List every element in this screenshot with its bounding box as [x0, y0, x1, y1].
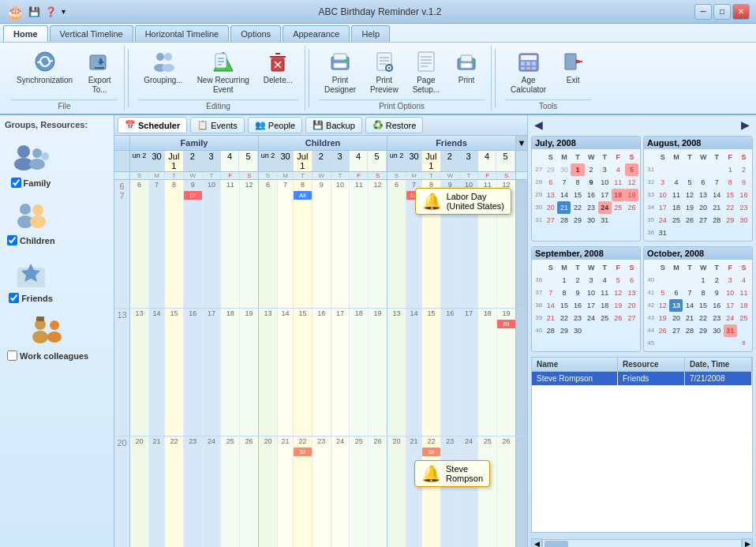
tab-people[interactable]: 👥 People: [248, 117, 302, 133]
new-recurring-icon: [211, 49, 236, 74]
editing-buttons: Grouping... New RecurringEvent: [138, 46, 298, 98]
col-name: Name: [532, 358, 618, 371]
group-header-friends: Friends: [387, 136, 516, 150]
september-grid: S M T W T F S 36 1 2 3 4: [532, 260, 640, 339]
group-children[interactable]: Children: [5, 193, 109, 248]
scheduler-group-headers: Family Children Friends ▼: [114, 136, 527, 151]
sync-button[interactable]: Synchronization: [11, 46, 78, 88]
grid-row-3: 20 20 21 22 23 24 25 26 20: [114, 436, 527, 547]
svg-point-50: [32, 148, 42, 158]
svg-rect-44: [526, 67, 530, 69]
event-name: Steve Rompson: [532, 372, 618, 385]
svg-rect-19: [334, 54, 346, 60]
delete-button[interactable]: Delete...: [258, 46, 298, 88]
svg-point-55: [32, 204, 43, 215]
colleagues-checkbox[interactable]: [7, 350, 17, 361]
july-title: July, 2008: [535, 138, 576, 148]
quick-save[interactable]: 💾: [28, 6, 40, 17]
event-ri: Ri: [497, 320, 515, 328]
svg-rect-39: [521, 55, 537, 60]
tab-vertical-timeline[interactable]: Vertical Timeline: [50, 25, 133, 42]
table-scroll-left[interactable]: ◀: [531, 538, 542, 547]
september-title: September, 2008: [535, 249, 604, 258]
exit-button[interactable]: Exit: [555, 46, 591, 88]
age-calculator-label: AgeCalculator: [511, 76, 546, 95]
print-icon: [454, 49, 479, 74]
minimize-button[interactable]: ─: [694, 4, 712, 20]
print-designer-button[interactable]: PrintDesigner: [319, 46, 361, 98]
col-resource: Resource: [618, 358, 685, 371]
scroll-right-header[interactable]: ▼: [516, 136, 527, 150]
ribbon-group-editing: Grouping... New RecurringEvent: [132, 46, 305, 111]
events-icon: 📋: [197, 120, 208, 130]
mini-cal-september: September, 2008 S M T W T F S 36: [531, 246, 641, 352]
table-hscroll[interactable]: [542, 539, 742, 547]
event-st-friends: St: [422, 448, 440, 456]
delete-label: Delete...: [264, 76, 293, 85]
tab-help[interactable]: Help: [351, 25, 390, 42]
event-row-steve[interactable]: Steve Rompson Friends 7/21/2008: [532, 372, 752, 386]
sync-icon: [32, 49, 58, 74]
mini-cals-row2: September, 2008 S M T W T F S 36: [531, 246, 753, 352]
svg-point-56: [30, 215, 46, 228]
page-setup-icon: [414, 49, 439, 74]
next-month-button[interactable]: ▶: [738, 118, 753, 131]
tab-restore[interactable]: ♻️ Restore: [365, 117, 424, 133]
children-checkbox[interactable]: [7, 235, 17, 245]
print-preview-button[interactable]: PrintPreview: [365, 46, 404, 98]
september-header: September, 2008: [532, 247, 640, 260]
tab-horizontal-timeline[interactable]: Horizontal Timeline: [135, 25, 230, 42]
mini-cals-row1: July, 2008 S M T W T F S 27: [531, 136, 753, 242]
print-button[interactable]: Print: [448, 46, 485, 88]
calendar-toolbar: 📅 Scheduler 📋 Events 👥 People 💾 Backup ♻…: [114, 115, 527, 136]
day-headers: un 2 30 Jul 1 2 3 4 5 un 2 30 Jul 1 2 3 …: [114, 151, 527, 172]
page-setup-button[interactable]: PageSetup...: [407, 46, 445, 98]
maximize-button[interactable]: □: [713, 4, 731, 20]
print-label: Print: [458, 76, 475, 85]
sync-label: Synchronization: [17, 76, 73, 85]
dow-headers: S M T W T F S S M T W T F S: [114, 172, 527, 180]
prev-month-button[interactable]: ◀: [531, 118, 546, 131]
restore-tab-label: Restore: [386, 121, 417, 130]
grid-row-1: 67 6 7 8 9 Di 10 11 12: [114, 180, 527, 309]
labor-day-tooltip: 🔔 Labor Day(United States): [415, 188, 511, 215]
backup-icon: 💾: [313, 120, 324, 130]
tab-scheduler[interactable]: 📅 Scheduler: [118, 117, 187, 133]
tab-events[interactable]: 📋 Events: [190, 117, 245, 133]
print-buttons: PrintDesigner Print: [319, 46, 485, 98]
ribbon: Home Vertical Timeline Horizontal Timeli…: [0, 24, 756, 115]
editing-group-label: Editing: [138, 99, 298, 111]
group-friends[interactable]: Friends: [5, 251, 109, 305]
age-calculator-icon: [516, 49, 541, 74]
friends-checkbox[interactable]: [9, 293, 19, 303]
age-calculator-button[interactable]: AgeCalculator: [505, 46, 552, 98]
export-button[interactable]: ExportTo...: [81, 46, 118, 98]
tab-appearance[interactable]: Appearance: [283, 25, 350, 42]
grouping-button[interactable]: Grouping...: [138, 46, 188, 88]
event-date: 7/21/2008: [685, 372, 752, 385]
august-header: August, 2008: [644, 137, 752, 149]
svg-point-61: [50, 320, 59, 330]
group-colleagues[interactable]: Work colleagues: [5, 309, 109, 363]
titlebar: 🎂 💾 ❓ ▾ ABC Birthday Reminder v.1.2 ─ □ …: [0, 0, 756, 24]
august-grid: S M T W T F S 31: [644, 149, 752, 241]
group-family[interactable]: Family: [5, 136, 109, 190]
family-checkbox[interactable]: [11, 178, 21, 188]
new-recurring-button[interactable]: New RecurringEvent: [192, 46, 255, 98]
svg-rect-43: [521, 67, 525, 69]
ribbon-content: Synchronization ExportTo... File: [0, 42, 756, 114]
quick-help[interactable]: ❓: [45, 6, 57, 17]
group-header-family: Family: [130, 136, 259, 150]
tab-options[interactable]: Options: [230, 25, 281, 42]
table-scroll-thumb[interactable]: [545, 541, 568, 547]
october-header: October, 2008: [644, 247, 752, 260]
scheduler-icon: 📅: [125, 120, 136, 130]
close-button[interactable]: ✕: [732, 4, 750, 20]
table-scroll-right[interactable]: ▶: [742, 538, 753, 547]
tab-home[interactable]: Home: [3, 25, 48, 42]
print-preview-label: PrintPreview: [370, 76, 399, 95]
svg-point-53: [20, 204, 31, 215]
svg-rect-36: [461, 63, 472, 68]
tab-backup[interactable]: 💾 Backup: [305, 117, 362, 133]
new-recurring-label: New RecurringEvent: [197, 76, 249, 95]
